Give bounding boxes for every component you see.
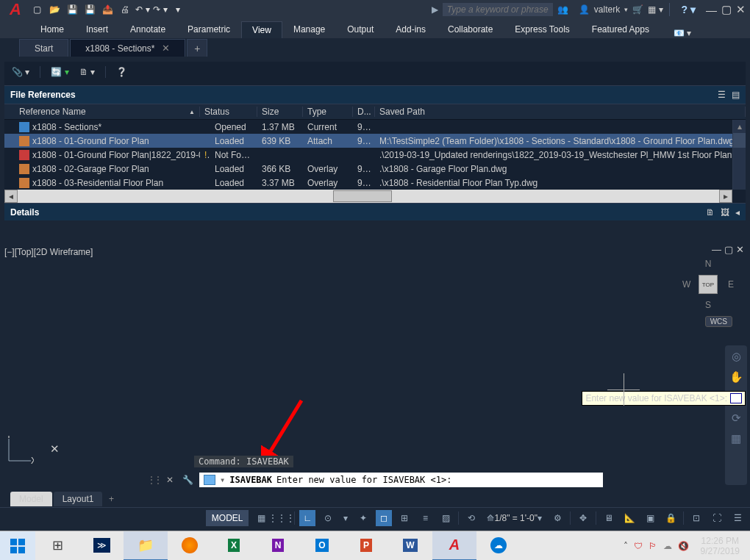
start-button[interactable] — [0, 531, 35, 561]
nav-wheel-icon[interactable]: ◎ — [732, 350, 741, 363]
status-cycle-icon[interactable]: ⟲ — [463, 510, 479, 526]
viewcube-w[interactable]: W — [682, 279, 690, 290]
details-header[interactable]: Details 🗎 🖼 ◂ — [4, 203, 746, 220]
tab-output[interactable]: Output — [336, 21, 385, 38]
tray-speaker-icon[interactable]: 🔇 — [678, 541, 689, 551]
doctab-x1808[interactable]: x1808 - Sections* ✕ — [70, 39, 185, 57]
viewcube-e[interactable]: E — [728, 279, 734, 290]
list-view-icon[interactable]: ☰ — [718, 90, 726, 100]
cart-icon[interactable]: 🛒 — [632, 4, 643, 15]
minimize-icon[interactable]: ― — [706, 4, 717, 16]
status-polar-icon[interactable]: ⊙ — [320, 510, 336, 526]
help-icon[interactable]: ? ▾ — [682, 4, 696, 15]
status-cleanscreen-icon[interactable]: ⛶ — [709, 510, 725, 526]
doctab-start[interactable]: Start — [19, 39, 68, 57]
status-monitor-icon[interactable]: 🖥 — [601, 510, 617, 526]
status-customize-icon[interactable]: ☰ — [729, 510, 746, 526]
doctab-close-icon[interactable]: ✕ — [162, 43, 170, 54]
view-icon[interactable]: 🗎 ▾ — [79, 67, 95, 77]
status-quickprops-icon[interactable]: ▣ — [642, 510, 658, 526]
tab-addins[interactable]: Add-ins — [385, 21, 437, 38]
status-hardware-icon[interactable]: ⊡ — [688, 510, 704, 526]
ucs-close-icon[interactable]: ✕ — [50, 442, 60, 456]
status-isolate-icon[interactable]: 🔒 — [662, 510, 679, 526]
tab-expresstools[interactable]: Express Tools — [504, 21, 580, 38]
table-row[interactable]: x1808 - Sections* Opened 1.37 MB Current… — [4, 120, 746, 134]
status-isodraft-icon[interactable]: ▾ — [340, 510, 351, 526]
col-type[interactable]: Type — [303, 107, 353, 117]
table-row[interactable]: x1808 - 02-Garage Floor Plan Loaded 366 … — [4, 162, 746, 176]
wcs-badge[interactable]: WCS — [705, 316, 732, 327]
col-reference-name[interactable]: Reference Name▲ — [15, 107, 200, 117]
col-size[interactable]: Size — [257, 107, 303, 117]
tab-parametric[interactable]: Parametric — [176, 21, 241, 38]
refresh-icon[interactable]: 🔄 ▾ — [51, 67, 68, 77]
status-units-icon[interactable]: 📐 — [621, 510, 638, 526]
col-saved-path[interactable]: Saved Path — [375, 107, 746, 117]
taskbar-outlook[interactable]: O — [300, 531, 344, 561]
saveas-icon[interactable]: 💾 — [82, 2, 97, 17]
tray-flag-icon[interactable]: 🏳 — [649, 541, 657, 551]
tab-collaborate[interactable]: Collaborate — [437, 21, 504, 38]
taskbar-firefox[interactable] — [168, 531, 212, 561]
horizontal-scrollbar[interactable]: ◂▸ — [4, 190, 732, 203]
layout-tab-model[interactable]: Model — [10, 492, 52, 506]
taskbar-powerpoint[interactable]: P — [344, 531, 388, 561]
nav-showmotion-icon[interactable]: ▦ — [731, 432, 741, 445]
taskbar-autocad[interactable]: A — [432, 531, 476, 561]
col-status[interactable]: Status — [200, 107, 257, 117]
status-annoscale-button[interactable]: ⟰ 1/8" = 1'-0" ▾ — [484, 510, 545, 526]
search-play-icon[interactable]: ▶ — [432, 4, 438, 15]
app-logo[interactable]: A — [4, 0, 26, 19]
col-date[interactable]: D... — [353, 107, 375, 117]
status-transparency-icon[interactable]: ▨ — [438, 510, 454, 526]
tab-manage[interactable]: Manage — [282, 21, 336, 38]
viewport-label[interactable]: [−][Top][2D Wireframe] — [4, 247, 93, 257]
layout-tab-new[interactable]: + — [104, 492, 118, 506]
status-workspace-icon[interactable]: ✥ — [575, 510, 591, 526]
command-line[interactable]: ⋮⋮ ✕ 🔧 ▾ ISAVEBAK Enter new value for IS… — [147, 472, 603, 488]
navigation-bar[interactable]: ◎ ✋ 🔍 ⟳ ▦ — [725, 345, 747, 485]
status-lineweight-icon[interactable]: ≡ — [417, 510, 433, 526]
taskbar-excel[interactable]: X — [212, 531, 256, 561]
save-icon[interactable]: 💾 — [65, 2, 79, 17]
drawing-viewport[interactable]: [−][Top][2D Wireframe] ― ▢ ✕ N S W E TOP… — [0, 243, 750, 491]
taskbar-explorer[interactable]: 📁 — [124, 531, 168, 561]
account-button[interactable]: 👤 valterk ▾ — [579, 4, 628, 15]
tray-clock[interactable]: 12:26 PM 9/27/2019 — [695, 536, 746, 556]
status-model-button[interactable]: MODEL — [206, 510, 249, 526]
ucs-icon[interactable]: YX — [4, 436, 34, 467]
close-icon[interactable]: ✕ — [736, 3, 746, 16]
tray-cloud-icon[interactable]: ☁ — [663, 541, 672, 551]
cmdline-grip-icon[interactable]: ⋮⋮ — [147, 475, 160, 485]
tree-view-icon[interactable]: ▤ — [732, 90, 740, 100]
cmdline-customize-icon[interactable]: 🔧 — [182, 475, 193, 485]
attach-icon[interactable]: 📎 ▾ — [12, 67, 29, 77]
status-dynamic-icon[interactable]: ⊞ — [396, 510, 413, 526]
open-icon[interactable]: 📂 — [47, 2, 62, 17]
search-input[interactable] — [443, 3, 553, 16]
status-3dosnap-icon[interactable]: ◻ — [376, 510, 392, 526]
details-collapse-icon[interactable]: ◂ — [735, 207, 740, 218]
vp-close-icon[interactable]: ✕ — [736, 244, 744, 255]
nav-orbit-icon[interactable]: ⟳ — [732, 412, 741, 425]
tab-annotate[interactable]: Annotate — [119, 21, 176, 38]
signin-icon[interactable]: 👥 — [557, 4, 568, 15]
tray-chevron-icon[interactable]: ˄ — [624, 541, 628, 551]
status-ortho-icon[interactable]: ∟ — [299, 510, 315, 526]
help-icon[interactable]: ❔ — [116, 67, 127, 77]
nav-pan-icon[interactable]: ✋ — [729, 370, 743, 384]
details-icon1[interactable]: 🗎 — [706, 207, 715, 218]
plot-icon[interactable]: 🖨 — [118, 2, 132, 17]
taskbar-taskview[interactable]: ⊞ — [35, 531, 79, 561]
redo-icon[interactable]: ↷ ▾ — [153, 2, 168, 17]
vp-minimize-icon[interactable]: ― — [712, 244, 721, 255]
viewcube-n[interactable]: N — [705, 259, 712, 269]
details-icon2[interactable]: 🖼 — [721, 207, 729, 218]
table-row[interactable]: x1808 - 01-Ground Floor Plan Loaded 639 … — [4, 134, 746, 148]
tab-insert[interactable]: Insert — [75, 21, 119, 38]
cmdline-close-icon[interactable]: ✕ — [166, 475, 174, 485]
viewcube[interactable]: N S W E TOP — [682, 259, 734, 310]
undo-icon[interactable]: ↶ ▾ — [135, 2, 150, 17]
tab-featuredapps[interactable]: Featured Apps — [581, 21, 660, 38]
